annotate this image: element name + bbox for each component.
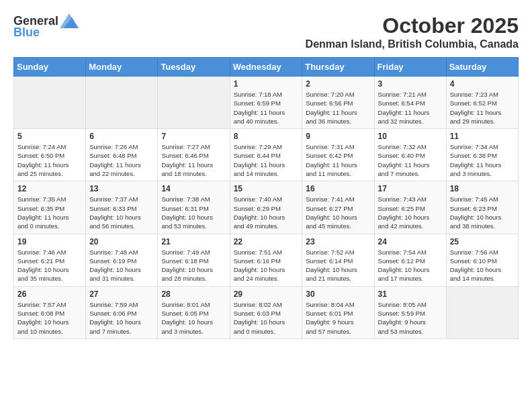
calendar-cell: 28Sunrise: 8:01 AM Sunset: 6:05 PM Dayli… — [158, 286, 230, 338]
day-info: Sunrise: 7:59 AM Sunset: 6:06 PM Dayligh… — [89, 300, 154, 336]
calendar-week-5: 26Sunrise: 7:57 AM Sunset: 6:08 PM Dayli… — [14, 286, 519, 338]
day-info: Sunrise: 7:51 AM Sunset: 6:16 PM Dayligh… — [234, 248, 299, 283]
weekday-header-thursday: Thursday — [302, 58, 374, 77]
day-number: 18 — [450, 184, 515, 193]
day-info: Sunrise: 7:34 AM Sunset: 6:38 PM Dayligh… — [450, 142, 515, 178]
day-number: 23 — [306, 237, 370, 246]
calendar-cell: 20Sunrise: 7:48 AM Sunset: 6:19 PM Dayli… — [86, 234, 158, 286]
day-info: Sunrise: 7:21 AM Sunset: 6:54 PM Dayligh… — [378, 90, 443, 126]
day-info: Sunrise: 7:32 AM Sunset: 6:40 PM Dayligh… — [378, 142, 443, 178]
day-number: 29 — [234, 289, 299, 299]
calendar-cell: 9Sunrise: 7:31 AM Sunset: 6:42 PM Daylig… — [302, 129, 374, 181]
weekday-header-row: SundayMondayTuesdayWednesdayThursdayFrid… — [14, 58, 519, 77]
calendar-week-1: 1Sunrise: 7:18 AM Sunset: 6:59 PM Daylig… — [14, 77, 519, 129]
day-info: Sunrise: 7:26 AM Sunset: 6:48 PM Dayligh… — [89, 142, 154, 178]
logo-icon — [60, 13, 79, 28]
calendar-cell: 27Sunrise: 7:59 AM Sunset: 6:06 PM Dayli… — [86, 286, 158, 338]
calendar-cell: 29Sunrise: 8:02 AM Sunset: 6:03 PM Dayli… — [230, 286, 302, 338]
calendar-cell: 11Sunrise: 7:34 AM Sunset: 6:38 PM Dayli… — [446, 129, 518, 181]
calendar-table: SundayMondayTuesdayWednesdayThursdayFrid… — [13, 57, 519, 339]
day-number: 1 — [234, 79, 299, 89]
calendar-cell: 10Sunrise: 7:32 AM Sunset: 6:40 PM Dayli… — [374, 129, 446, 181]
calendar-cell: 3Sunrise: 7:21 AM Sunset: 6:54 PM Daylig… — [374, 77, 446, 129]
day-info: Sunrise: 7:37 AM Sunset: 6:33 PM Dayligh… — [89, 195, 154, 230]
day-number: 22 — [234, 237, 299, 246]
calendar-cell: 26Sunrise: 7:57 AM Sunset: 6:08 PM Dayli… — [14, 286, 86, 338]
calendar-cell: 31Sunrise: 8:05 AM Sunset: 5:59 PM Dayli… — [374, 286, 446, 338]
weekday-header-monday: Monday — [86, 58, 158, 77]
weekday-header-wednesday: Wednesday — [230, 58, 302, 77]
day-number: 26 — [17, 289, 82, 299]
day-info: Sunrise: 7:43 AM Sunset: 6:25 PM Dayligh… — [378, 195, 443, 230]
calendar-cell: 18Sunrise: 7:45 AM Sunset: 6:23 PM Dayli… — [446, 181, 518, 234]
calendar-cell — [158, 77, 230, 129]
day-info: Sunrise: 7:23 AM Sunset: 6:52 PM Dayligh… — [450, 90, 515, 126]
day-info: Sunrise: 7:52 AM Sunset: 6:14 PM Dayligh… — [306, 248, 370, 283]
calendar-cell: 13Sunrise: 7:37 AM Sunset: 6:33 PM Dayli… — [86, 181, 158, 234]
day-info: Sunrise: 7:29 AM Sunset: 6:44 PM Dayligh… — [234, 142, 299, 178]
calendar-cell — [446, 286, 518, 338]
calendar-cell: 23Sunrise: 7:52 AM Sunset: 6:14 PM Dayli… — [302, 234, 374, 286]
calendar-cell: 6Sunrise: 7:26 AM Sunset: 6:48 PM Daylig… — [86, 129, 158, 181]
calendar-cell: 14Sunrise: 7:38 AM Sunset: 6:31 PM Dayli… — [158, 181, 230, 234]
day-info: Sunrise: 7:48 AM Sunset: 6:19 PM Dayligh… — [89, 248, 154, 283]
day-number: 14 — [161, 184, 226, 193]
calendar-cell: 17Sunrise: 7:43 AM Sunset: 6:25 PM Dayli… — [374, 181, 446, 234]
calendar-cell: 30Sunrise: 8:04 AM Sunset: 6:01 PM Dayli… — [302, 286, 374, 338]
calendar-week-3: 12Sunrise: 7:35 AM Sunset: 6:35 PM Dayli… — [14, 181, 519, 234]
calendar-cell: 8Sunrise: 7:29 AM Sunset: 6:44 PM Daylig… — [230, 129, 302, 181]
day-info: Sunrise: 7:40 AM Sunset: 6:29 PM Dayligh… — [234, 195, 299, 230]
month-title: October 2025 — [306, 13, 519, 38]
weekday-header-saturday: Saturday — [446, 58, 518, 77]
day-number: 20 — [89, 237, 154, 246]
logo-blue-text: Blue — [13, 26, 40, 40]
day-number: 31 — [378, 289, 443, 299]
day-info: Sunrise: 8:01 AM Sunset: 6:05 PM Dayligh… — [161, 300, 226, 336]
day-number: 15 — [234, 184, 299, 193]
day-info: Sunrise: 7:31 AM Sunset: 6:42 PM Dayligh… — [306, 142, 370, 178]
day-number: 19 — [17, 237, 82, 246]
day-info: Sunrise: 8:05 AM Sunset: 5:59 PM Dayligh… — [378, 300, 443, 336]
day-number: 3 — [378, 79, 443, 89]
weekday-header-tuesday: Tuesday — [158, 58, 230, 77]
day-number: 7 — [161, 132, 226, 141]
day-number: 17 — [378, 184, 443, 193]
day-number: 28 — [161, 289, 226, 299]
calendar-cell: 24Sunrise: 7:54 AM Sunset: 6:12 PM Dayli… — [374, 234, 446, 286]
day-info: Sunrise: 7:18 AM Sunset: 6:59 PM Dayligh… — [234, 90, 299, 126]
day-number: 8 — [234, 132, 299, 141]
logo: General Blue — [13, 13, 79, 40]
day-number: 6 — [89, 132, 154, 141]
calendar-cell: 1Sunrise: 7:18 AM Sunset: 6:59 PM Daylig… — [230, 77, 302, 129]
day-number: 30 — [306, 289, 370, 299]
day-info: Sunrise: 7:27 AM Sunset: 6:46 PM Dayligh… — [161, 142, 226, 178]
day-info: Sunrise: 7:56 AM Sunset: 6:10 PM Dayligh… — [450, 248, 515, 283]
calendar-cell: 7Sunrise: 7:27 AM Sunset: 6:46 PM Daylig… — [158, 129, 230, 181]
page-header: General Blue October 2025 Denman Island,… — [13, 13, 519, 50]
day-info: Sunrise: 8:04 AM Sunset: 6:01 PM Dayligh… — [306, 300, 370, 336]
day-info: Sunrise: 8:02 AM Sunset: 6:03 PM Dayligh… — [234, 300, 299, 336]
calendar-cell — [14, 77, 86, 129]
day-number: 27 — [89, 289, 154, 299]
weekday-header-sunday: Sunday — [14, 58, 86, 77]
day-number: 5 — [17, 132, 82, 141]
title-section: October 2025 Denman Island, British Colu… — [306, 13, 519, 50]
day-info: Sunrise: 7:24 AM Sunset: 6:50 PM Dayligh… — [17, 142, 82, 178]
calendar-cell: 12Sunrise: 7:35 AM Sunset: 6:35 PM Dayli… — [14, 181, 86, 234]
calendar-cell: 15Sunrise: 7:40 AM Sunset: 6:29 PM Dayli… — [230, 181, 302, 234]
weekday-header-friday: Friday — [374, 58, 446, 77]
calendar-cell: 2Sunrise: 7:20 AM Sunset: 6:56 PM Daylig… — [302, 77, 374, 129]
day-info: Sunrise: 7:38 AM Sunset: 6:31 PM Dayligh… — [161, 195, 226, 230]
calendar-cell: 4Sunrise: 7:23 AM Sunset: 6:52 PM Daylig… — [446, 77, 518, 129]
calendar-cell: 5Sunrise: 7:24 AM Sunset: 6:50 PM Daylig… — [14, 129, 86, 181]
calendar-week-4: 19Sunrise: 7:46 AM Sunset: 6:21 PM Dayli… — [14, 234, 519, 286]
day-number: 25 — [450, 237, 515, 246]
day-number: 24 — [378, 237, 443, 246]
day-number: 4 — [450, 79, 515, 89]
day-number: 10 — [378, 132, 443, 141]
calendar-cell: 22Sunrise: 7:51 AM Sunset: 6:16 PM Dayli… — [230, 234, 302, 286]
calendar-cell — [86, 77, 158, 129]
day-number: 11 — [450, 132, 515, 141]
calendar-cell: 19Sunrise: 7:46 AM Sunset: 6:21 PM Dayli… — [14, 234, 86, 286]
calendar-cell: 21Sunrise: 7:49 AM Sunset: 6:18 PM Dayli… — [158, 234, 230, 286]
